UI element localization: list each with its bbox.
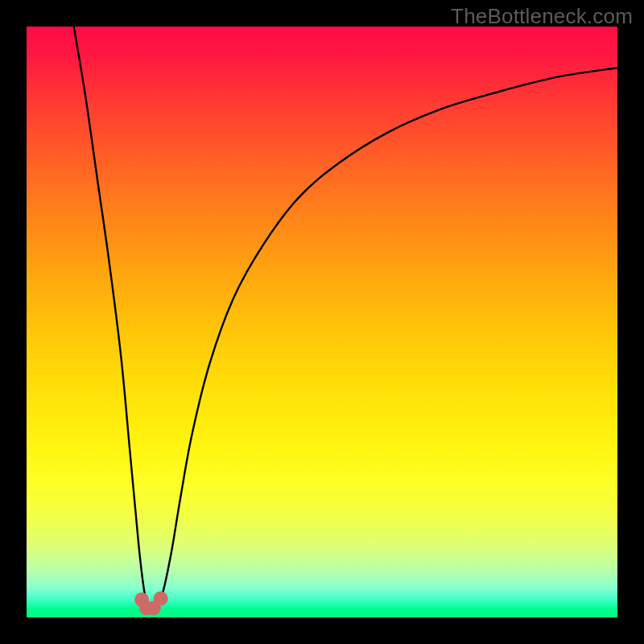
marker-dot [154, 592, 168, 606]
outer-frame: TheBottleneck.com [0, 0, 644, 644]
chart-svg [27, 27, 617, 617]
bottleneck-curve [74, 27, 617, 609]
watermark-text: TheBottleneck.com [451, 4, 633, 29]
curve-markers [134, 592, 167, 616]
plot-area [27, 27, 617, 617]
